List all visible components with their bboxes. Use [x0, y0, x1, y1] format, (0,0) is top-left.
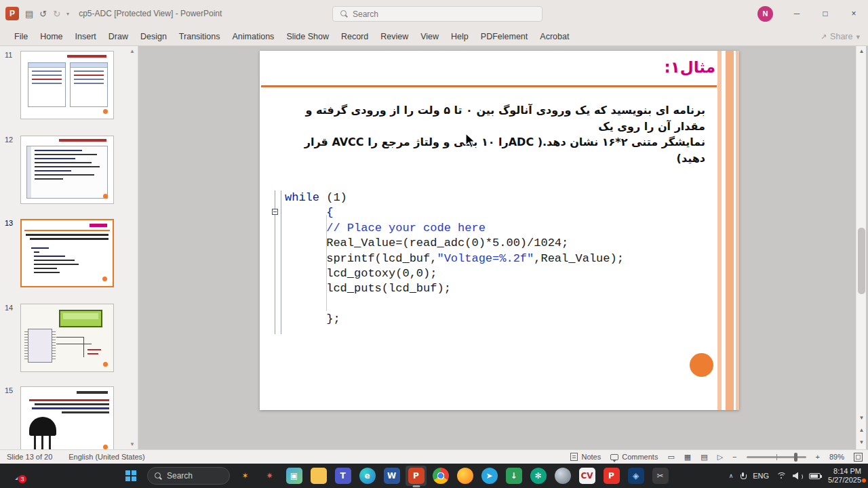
reading-view-icon[interactable]: ▤ — [701, 453, 707, 462]
slide-thumbnail-11[interactable] — [20, 51, 114, 119]
zoom-slider[interactable] — [747, 456, 806, 458]
scroll-up-icon[interactable]: ▲ — [856, 48, 867, 54]
taskbar-search[interactable]: Search — [147, 467, 230, 485]
language-indicator[interactable]: English (United States) — [68, 453, 145, 461]
ribbon-tab-record[interactable]: Record — [335, 28, 374, 45]
scrollbar-thumb[interactable] — [858, 228, 865, 294]
slide-stripe-decor — [736, 51, 739, 410]
thumb-graphic — [52, 331, 56, 360]
zoom-slider-thumb[interactable] — [794, 453, 797, 462]
zoom-out-icon[interactable]: − — [732, 453, 736, 461]
next-slide-icon[interactable]: ▼ — [856, 439, 867, 445]
quick-access-toolbar: P ▤ ↺ ↻ ▾ — [0, 7, 69, 20]
thumb-graphic — [70, 62, 108, 107]
close-button[interactable]: × — [840, 0, 868, 27]
ribbon-tab-acrobat[interactable]: Acrobat — [534, 28, 575, 45]
downloads-icon[interactable]: ↓ — [503, 466, 524, 486]
wifi-icon[interactable] — [776, 472, 785, 480]
office-search-box[interactable]: Search — [332, 6, 542, 22]
maximize-button[interactable]: □ — [811, 0, 840, 27]
code-line: Real_Value=(read_adc(0)*5.00)/1024; — [285, 236, 624, 251]
thumb-scroll-up-icon[interactable]: ▲ — [130, 48, 135, 54]
folder-icon[interactable] — [308, 466, 329, 486]
zoom-percent[interactable]: 89% — [829, 453, 844, 461]
fireworks-icon[interactable]: ✶ — [235, 466, 256, 486]
code-block: while (1) { // Place your code here Real… — [285, 190, 624, 327]
chatgpt-icon[interactable]: ✻ — [528, 466, 549, 486]
ribbon-tab-help[interactable]: Help — [445, 28, 475, 45]
thumb-graphic — [28, 329, 52, 363]
slide-title[interactable]: مثال۱: — [665, 58, 715, 76]
slide-sorter-view-icon[interactable]: ▦ — [684, 453, 691, 462]
slide-stripe-decor — [726, 51, 734, 410]
edge-icon[interactable]: e — [357, 466, 378, 486]
undo-icon[interactable]: ↺ — [39, 9, 47, 18]
ribbon-tab-file[interactable]: File — [8, 28, 34, 45]
thumb-graphic — [26, 234, 108, 236]
sphere-icon[interactable] — [552, 466, 573, 486]
ribbon-tab-animations[interactable]: Animations — [226, 28, 281, 45]
normal-view-icon[interactable]: ▭ — [667, 453, 674, 462]
pdfelement-icon[interactable]: P — [601, 466, 622, 486]
thumb-scroll-down-icon[interactable]: ▼ — [130, 441, 135, 447]
user-avatar[interactable]: N — [757, 6, 773, 22]
teams-icon[interactable]: T — [332, 466, 353, 486]
mouse-cursor — [465, 133, 477, 148]
qat-customize-icon[interactable]: ▾ — [66, 11, 69, 17]
battery-icon[interactable] — [809, 473, 821, 479]
redo-icon[interactable]: ↻ — [53, 9, 60, 18]
ribbon-tab-review[interactable]: Review — [374, 28, 414, 45]
minimize-button[interactable]: ─ — [783, 0, 811, 27]
tray-expand-icon[interactable]: ∧ — [729, 472, 734, 479]
slide-thumbnail-14[interactable] — [20, 304, 114, 372]
microphone-icon[interactable] — [741, 472, 745, 480]
zoom-in-icon[interactable]: + — [816, 453, 820, 461]
slide-thumbnail-12[interactable] — [20, 136, 114, 204]
scroll-down-icon[interactable]: ▼ — [856, 415, 867, 421]
photos-icon[interactable]: ▣ — [283, 466, 304, 486]
previous-slide-icon[interactable]: ▲ — [856, 427, 867, 433]
ribbon-tab-transitions[interactable]: Transitions — [173, 28, 226, 45]
ribbon-tab-pdfelement[interactable]: PDFelement — [475, 28, 534, 45]
chevron-down-icon: ▾ — [856, 33, 860, 41]
snipping-icon[interactable]: ✂ — [650, 466, 671, 486]
code-fold-icon — [272, 209, 278, 215]
powerpoint-icon[interactable]: P — [406, 466, 427, 486]
start-button[interactable] — [119, 466, 142, 486]
thumb-graphic — [29, 399, 109, 401]
code-line: // Place your code here — [285, 221, 624, 236]
input-language[interactable]: ENG — [753, 472, 769, 480]
share-button[interactable]: ↗ Share ▾ — [821, 27, 860, 46]
fit-to-window-icon[interactable] — [854, 453, 863, 462]
ribbon-tab-draw[interactable]: Draw — [102, 28, 134, 45]
volume-icon[interactable] — [793, 472, 802, 480]
proteus-icon[interactable]: ◈ — [625, 466, 646, 486]
thumb-graphic — [34, 251, 39, 253]
ribbon-tab-view[interactable]: View — [414, 28, 445, 45]
word-icon[interactable]: W — [381, 466, 402, 486]
notes-button[interactable]: Notes — [570, 453, 601, 461]
sparkler-icon[interactable]: ✷ — [259, 466, 280, 486]
chrome-icon[interactable] — [430, 466, 451, 486]
ribbon-tab-insert[interactable]: Insert — [69, 28, 102, 45]
slideshow-view-icon[interactable]: ▷ — [717, 453, 723, 462]
code-screenshot[interactable]: while (1) { // Place your code here Real… — [275, 190, 654, 336]
autosave-icon[interactable]: ▤ — [25, 9, 33, 18]
cvavr-icon[interactable]: CV — [576, 466, 597, 486]
slide-thumbnail-15[interactable] — [20, 386, 114, 449]
slide-info[interactable]: Slide 13 of 20 — [7, 453, 52, 461]
slide-canvas[interactable]: مثال۱: برنامه ای بنویسید که یک ورودی آنا… — [260, 51, 739, 410]
ribbon: FileHomeInsertDrawDesignTransitionsAnima… — [0, 27, 868, 46]
ribbon-tab-home[interactable]: Home — [34, 28, 68, 45]
vertical-scrollbar[interactable]: ▲ ▼ ▲ ▼ — [856, 46, 866, 449]
comments-button[interactable]: Comments — [610, 453, 658, 461]
slide-thumbnail-13-selected[interactable] — [20, 219, 114, 287]
slide-orange-circle-decor — [690, 353, 713, 377]
thumb-graphic — [34, 256, 65, 257]
telegram-icon[interactable]: ➤ — [479, 466, 500, 486]
slide-body-text[interactable]: برنامه ای بنویسید که یک ورودی آنالوگ بین… — [283, 102, 705, 166]
clock[interactable]: 8:14 PM 5/27/2025 — [828, 467, 861, 485]
ribbon-tab-design[interactable]: Design — [134, 28, 173, 45]
firefox-icon[interactable] — [454, 466, 475, 486]
ribbon-tab-slide-show[interactable]: Slide Show — [280, 28, 335, 45]
